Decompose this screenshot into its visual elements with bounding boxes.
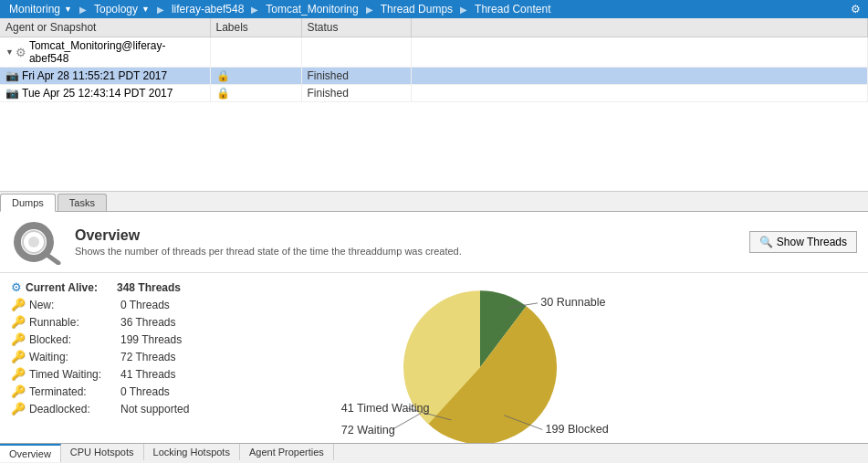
stat-row-current: ⚙ Current Alive: 348 Threads [11,280,193,294]
new-icon: 🔑 [11,298,26,311]
nav-tomcat[interactable]: Tomcat_Monitoring [260,0,363,18]
stat-label-terminated: Terminated: [29,385,120,398]
agent-labels-monitoring [210,37,301,68]
nav-thread-dumps[interactable]: Thread Dumps [375,0,458,18]
show-threads-icon: 🔍 [759,236,773,248]
stat-row-timed-waiting: 🔑 Timed Waiting: 41 Threads [11,367,193,381]
tab-overview[interactable]: Overview [0,444,61,462]
stat-value-waiting: 72 Threads [120,351,176,363]
expand-icon[interactable]: ▼ [5,47,14,57]
nav-thread-content-label: Thread Content [475,3,550,16]
thread-stats: ⚙ Current Alive: 348 Threads 🔑 New: 0 Th… [11,280,193,436]
snapshot-name-label-fri: Fri Apr 28 11:55:21 PDT 2017 [22,69,167,82]
tab-cpu-hotspots[interactable]: CPU Hotspots [61,444,144,460]
deadlocked-icon: 🔑 [11,402,26,416]
pie-svg: 30 Runnable 41 Timed Waiting 72 Waiting … [334,273,626,443]
runnable-icon: 🔑 [11,315,26,329]
svg-rect-6 [16,240,20,244]
stat-value-runnable: 36 Threads [120,316,176,329]
main-content: Agent or Snapshot Labels Status ▼ ⚙ [0,18,868,463]
stat-value-current: 348 Threads [117,281,181,294]
stat-value-timed-waiting: 41 Threads [120,368,176,381]
stat-label-runnable: Runnable: [29,316,120,329]
col-header-agent: Agent or Snapshot [0,18,210,37]
nav-topology[interactable]: Topology ▼ [89,0,155,18]
snapshot-icon-tue: 📷 [5,87,19,100]
tab-dumps[interactable]: Dumps [0,194,56,212]
overview-header: Overview Shows the number of threads per… [0,212,868,273]
show-threads-button[interactable]: 🔍 Show Threads [749,231,857,253]
svg-line-10 [392,414,421,430]
stat-label-deadlocked: Deadlocked: [29,403,120,416]
stat-label-current: Current Alive: [26,281,117,294]
snapshot-name-tue: 📷 Tue Apr 25 12:43:14 PDT 2017 [0,85,210,102]
waiting-icon: 🔑 [11,350,26,363]
tab-locking-hotspots[interactable]: Locking Hotspots [144,444,240,460]
stat-label-blocked: Blocked: [29,333,120,346]
table-row[interactable]: 📷 Tue Apr 25 12:43:14 PDT 2017 🔒 Finishe… [0,85,868,102]
top-panel: Agent or Snapshot Labels Status ▼ ⚙ [0,18,868,192]
snapshot-icon: 📷 [5,69,19,82]
agent-name-monitoring: ▼ ⚙ Tomcat_Monitoring@liferay-abef548 [0,37,210,68]
snapshot-name-label-tue: Tue Apr 25 12:43:14 PDT 2017 [22,87,173,100]
nav-liferay-label: liferay-abef548 [172,3,244,16]
agent-table: Agent or Snapshot Labels Status ▼ ⚙ [0,18,868,102]
snapshot-labels-tue: 🔒 [210,85,301,102]
nav-thread-dumps-label: Thread Dumps [381,3,453,16]
chart-label-blocked: 199 Blocked [545,423,608,436]
status-finished-fri: Finished [308,69,349,82]
stat-value-deadlocked: Not supported [120,403,189,416]
overview-title: Overview [75,227,462,244]
chart-label-runnable: 30 Runnable [540,296,605,309]
lock-icon-fri: 🔒 [216,69,230,82]
stat-value-new: 0 Threads [120,299,170,311]
chart-area: 30 Runnable 41 Timed Waiting 72 Waiting … [193,280,857,436]
col-header-status: Status [301,18,411,37]
nav-monitoring-label: Monitoring [9,3,60,16]
svg-point-3 [28,237,39,247]
top-nav: Monitoring ▼ ▶ Topology ▼ ▶ liferay-abef… [0,0,868,18]
chart-label-waiting: 72 Waiting [340,424,394,437]
svg-rect-4 [32,224,36,228]
snapshot-status-fri: Finished [301,68,411,85]
lock-icon-tue: 🔒 [216,87,230,100]
tab-agent-properties[interactable]: Agent Properties [240,444,334,460]
nav-tomcat-label: Tomcat_Monitoring [266,3,358,16]
agent-icon: ⚙ [16,46,26,59]
stat-label-timed-waiting: Timed Waiting: [29,368,120,381]
agent-extra-monitoring [411,37,868,68]
stat-row-deadlocked: 🔑 Deadlocked: Not supported [11,402,193,416]
svg-rect-7 [47,240,52,244]
show-threads-label: Show Threads [777,236,847,248]
nav-thread-content[interactable]: Thread Content [469,0,556,18]
stat-row-waiting: 🔑 Waiting: 72 Threads [11,350,193,363]
dumps-tasks-tabs: Dumps Tasks [0,192,868,212]
table-row[interactable]: 📷 Fri Apr 28 11:55:21 PDT 2017 🔒 Finishe… [0,68,868,85]
settings-button[interactable]: ⚙ [846,0,864,18]
chart-label-timed-waiting: 41 Timed Waiting [340,402,429,415]
nav-arrow-1: ▶ [79,5,87,15]
nav-liferay[interactable]: liferay-abef548 [166,0,249,18]
nav-monitoring[interactable]: Monitoring ▼ [4,0,78,18]
settings-icon: ⚙ [851,3,861,16]
svg-line-2 [46,254,58,263]
snapshot-status-tue: Finished [301,85,411,102]
snapshot-extra-fri [411,68,868,85]
stat-row-new: 🔑 New: 0 Threads [11,298,193,311]
overview-icon [11,219,66,265]
blocked-icon: 🔑 [11,332,26,346]
snapshot-labels-fri: 🔒 [210,68,301,85]
stat-value-blocked: 199 Threads [120,333,182,346]
bottom-panel: Overview Shows the number of threads per… [0,212,868,463]
col-header-labels: Labels [210,18,301,37]
nav-arrow-2: ▶ [157,5,164,15]
nav-topology-label: Topology [94,3,138,16]
stats-chart-area: ⚙ Current Alive: 348 Threads 🔑 New: 0 Th… [0,273,868,443]
bottom-tabs: Overview CPU Hotspots Locking Hotspots A… [0,443,868,463]
current-icon: ⚙ [11,280,22,294]
snapshot-extra-tue [411,85,868,102]
table-row[interactable]: ▼ ⚙ Tomcat_Monitoring@liferay-abef548 [0,37,868,68]
svg-rect-5 [32,256,36,260]
nav-arrow-3: ▶ [251,5,258,15]
tab-tasks[interactable]: Tasks [58,194,107,211]
